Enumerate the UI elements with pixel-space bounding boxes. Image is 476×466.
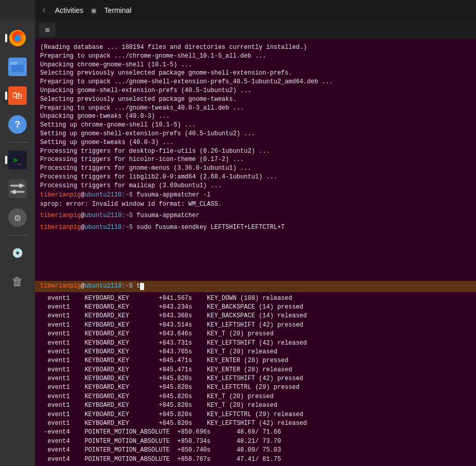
output-line-16: Processing triggers for libglib2.0-0:amd… [40,173,471,182]
terminal-topbar-icon: ▣ [92,6,96,15]
output-line-4: Selecting previously unselected package … [40,69,471,78]
prompt4-cmd: t [136,281,140,292]
event-line-5: event1 KEYBOARD_KEY +843.646s KEY_T (20)… [40,330,471,338]
main-area: ‹ Activities ▣ Terminal ⊞ (Reading datab… [35,0,476,466]
error-line: xprop: error: Invalid window id format: … [40,200,471,209]
active-input-line[interactable]: tiberianpig@ubuntu2110:~$ t [35,281,476,292]
prompt2-at: @ [81,211,84,221]
output-line-14: Processing triggers for hicolor-icon-the… [40,155,471,164]
terminal-window[interactable]: ⊞ (Reading database ... 188194 files and… [35,21,476,466]
output-line-2: Preparing to unpack .../chrome-gnome-she… [40,52,471,61]
event-line-10: event1 KEYBOARD_KEY +845.820s KEY_LEFTSH… [40,374,471,383]
sidebar-item-terminal[interactable]: >_ [5,148,30,172]
shop-icon: 🛍 [8,86,27,105]
output-line-15: Processing triggers for gnome-menus (3.3… [40,164,471,173]
svg-rect-5 [11,65,24,72]
output-line-7: Selecting previously unselected package … [40,95,471,104]
taskbar: 🛍 ? >_ ⚙ 💿 🗑 [0,0,35,466]
output-line-9: Unpacking gnome-tweaks (40.0-3) ... [40,112,471,121]
output-line-5: Preparing to unpack .../gnome-shell-exte… [40,78,471,86]
files-icon [8,58,27,76]
settings-icon: ⚙ [8,208,27,227]
prompt1-at: @ [81,190,84,200]
event-line-17: event4 POINTER_MOTION_ABSOLUTE +850.734s… [40,437,471,446]
output-line-3: Unpacking chrome-gnome-shell (10.1-5) ..… [40,61,471,69]
prompt4-at: @ [81,281,84,292]
activities-button[interactable]: Activities [55,6,83,14]
sidebar-item-help[interactable]: ? [5,112,30,137]
event-line-9: event1 KEYBOARD_KEY +845.471s KEY_ENTER … [40,366,471,374]
prompt3-path: :~$ [121,223,133,232]
prompt3-host: ubuntu2110 [84,223,121,232]
event-line-2: event1 KEYBOARD_KEY +843.234s KEY_BACKSP… [40,303,471,312]
sidebar-item-settings[interactable]: ⚙ [5,205,30,230]
output-line-1: (Reading database ... 188194 files and d… [40,43,471,52]
prompt-line-2: tiberianpig@ubuntu2110:~$ fusuma-appmatc… [40,211,471,221]
prompt3-user: tiberianpig [40,223,81,232]
event-line-7: event1 KEYBOARD_KEY +843.765s KEY_T (20)… [40,348,471,356]
svg-rect-4 [10,62,17,65]
event-line-11: event1 KEYBOARD_KEY +845.820s KEY_LEFTCT… [40,383,471,392]
svg-point-7 [19,184,23,188]
prompt-line-1: tiberianpig@ubuntu2110:~$ fusuma-appmatc… [40,190,471,200]
topbar: ‹ Activities ▣ Terminal [35,0,476,21]
event-line-12: event1 KEYBOARD_KEY +845.820s KEY_T (20)… [40,392,471,401]
prompt2-user: tiberianpig [40,211,81,221]
prompt1-host: ubuntu2110 [84,190,121,200]
taskbar-top [0,0,35,21]
cursor [140,283,144,290]
sidebar-item-software[interactable]: 🛍 [5,83,30,108]
optical-icon: 💿 [8,244,27,262]
event-line-14: event1 KEYBOARD_KEY +845.820s KEY_LEFTCT… [40,410,471,419]
event-line-1: event1 KEYBOARD_KEY +841.567s KEY_DOWN (… [40,294,471,303]
event-output-section: event1 KEYBOARD_KEY +841.567s KEY_DOWN (… [35,292,476,466]
terminal-tab-bar: ⊞ [35,21,476,39]
svg-point-9 [12,190,16,194]
help-icon: ? [8,115,27,134]
taskbar-divider-2 [7,235,28,236]
taskbar-divider [7,142,28,142]
prompt3-at: @ [81,223,84,232]
sidebar-item-files[interactable] [5,55,30,79]
terminal-topbar-label: Terminal [104,6,131,14]
event-line-19: event4 POINTER_MOTION_ABSOLUTE +850.767s… [40,455,471,464]
back-chevron[interactable]: ‹ [41,5,47,15]
output-line-11: Setting up gnome-shell-extension-prefs (… [40,130,471,138]
event-line-3: event1 KEYBOARD_KEY +843.368s KEY_BACKSP… [40,312,471,320]
output-line-10: Setting up chrome-gnome-shell (10.1-5) .… [40,121,471,130]
prompt1-user: tiberianpig [40,190,81,200]
event-line-13: event1 KEYBOARD_KEY +845.820s KEY_T (20)… [40,401,471,410]
sidebar-item-optical[interactable]: 💿 [5,241,30,265]
prompt4-path: :~$ [121,281,133,292]
sidebar-item-tweaks[interactable] [5,176,30,201]
event-line-16: -event4 POINTER_MOTION_ABSOLUTE +850.696… [40,428,471,437]
prompt1-cmd: fusuma-appmatcher -l [136,190,210,200]
prompt4-user: tiberianpig [40,281,81,292]
event-line-15: event1 KEYBOARD_KEY +845.820s KEY_LEFTSH… [40,419,471,428]
prompt1-path: :~$ [121,190,133,200]
output-line-6: Unpacking gnome-shell-extension-prefs (4… [40,86,471,95]
prompt2-path: :~$ [121,211,133,221]
event-line-18: event4 POINTER_MOTION_ABSOLUTE +850.740s… [40,446,471,455]
event-line-6: event1 KEYBOARD_KEY +843.731s KEY_LEFTSH… [40,339,471,348]
output-line-8: Preparing to unpack .../gnome-tweaks_40.… [40,104,471,113]
terminal-tab[interactable]: ⊞ [39,23,56,37]
event-line-8: event1 KEYBOARD_KEY +845.471s KEY_ENTER … [40,356,471,365]
svg-point-2 [14,35,21,41]
terminal-icon: >_ [8,151,27,169]
sidebar-item-trash[interactable]: 🗑 [5,270,30,294]
output-line-12: Setting up gnome-tweaks (40.0-3) ... [40,138,471,147]
output-line-13: Processing triggers for desktop-file-uti… [40,147,471,156]
prompt-line-3: tiberianpig@ubuntu2110:~$ sudo fusuma-se… [40,223,471,232]
prompt2-cmd: fusuma-appmatcher [136,211,199,221]
event-line-4: event1 KEYBOARD_KEY +843.514s KEY_LEFTSH… [40,321,471,330]
prompt2-host: ubuntu2110 [84,211,121,221]
prompt4-host: ubuntu2110 [84,281,121,292]
output-line-17: Processing triggers for mailcap (3.69ubu… [40,182,471,190]
trash-icon: 🗑 [8,273,27,291]
terminal-output: (Reading database ... 188194 files and d… [35,39,476,281]
tweaks-icon [8,180,27,198]
prompt3-cmd: sudo fusuma-sendkey LEFTSHIFT+LEFTCTRL+T [136,223,285,232]
sidebar-item-firefox[interactable] [5,26,30,50]
